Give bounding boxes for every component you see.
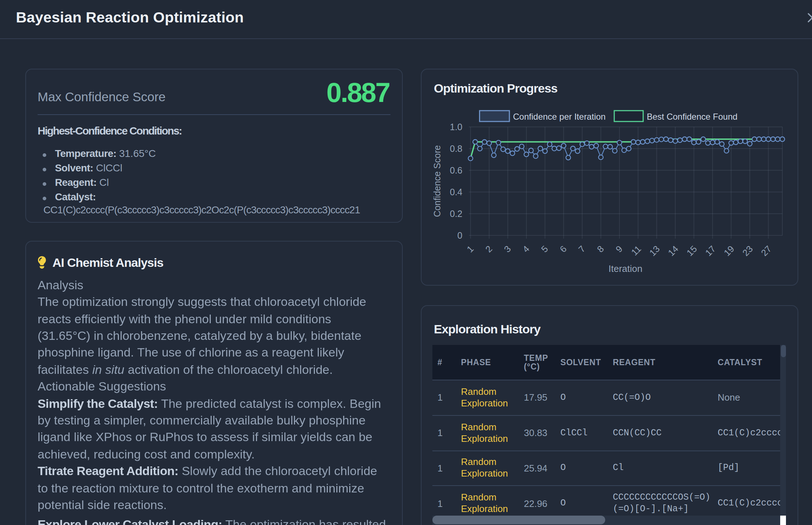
svg-text:19: 19 [721, 243, 735, 257]
svg-text:0.2: 0.2 [449, 208, 462, 218]
svg-text:3: 3 [501, 243, 512, 254]
svg-text:14: 14 [666, 243, 680, 258]
svg-text:11: 11 [629, 243, 642, 257]
svg-text:6: 6 [557, 243, 568, 254]
svg-text:9: 9 [613, 243, 624, 254]
svg-text:27: 27 [758, 243, 773, 257]
svg-text:8: 8 [595, 243, 606, 254]
svg-text:1.0: 1.0 [449, 121, 462, 132]
svg-text:7: 7 [576, 243, 587, 254]
svg-text:Confidence Score: Confidence Score [432, 145, 442, 217]
svg-text:0.6: 0.6 [449, 165, 462, 175]
svg-text:5: 5 [539, 243, 550, 254]
svg-text:1: 1 [464, 243, 475, 254]
svg-text:0.8: 0.8 [449, 143, 462, 153]
svg-text:4: 4 [520, 243, 531, 254]
svg-text:13: 13 [647, 243, 661, 257]
svg-text:15: 15 [684, 243, 698, 257]
svg-text:Best Confidence Found: Best Confidence Found [646, 111, 737, 121]
svg-text:0: 0 [457, 230, 462, 240]
svg-text:Confidence per Iteration: Confidence per Iteration [513, 111, 605, 121]
svg-text:Iteration: Iteration [608, 263, 642, 274]
svg-text:23: 23 [740, 243, 754, 257]
svg-text:17: 17 [703, 243, 717, 257]
svg-text:0.4: 0.4 [449, 187, 462, 197]
svg-text:2: 2 [483, 243, 494, 254]
